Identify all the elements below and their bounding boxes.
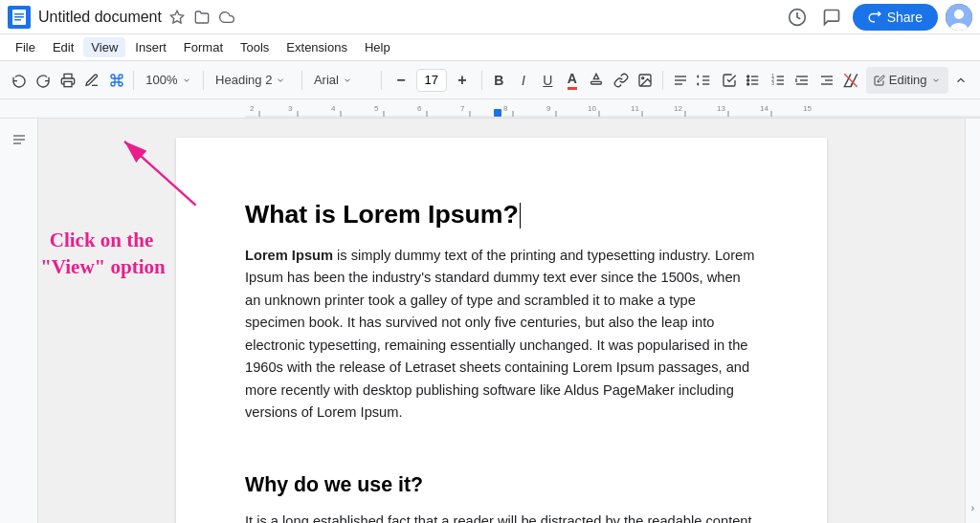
svg-rect-67 <box>494 109 501 117</box>
title-icons <box>167 8 236 27</box>
editing-mode-dropdown[interactable]: Editing <box>866 67 948 94</box>
main-area: What is Lorem Ipsum? Lorem Ipsum is simp… <box>0 119 980 523</box>
svg-text:9: 9 <box>546 104 551 113</box>
svg-text:3: 3 <box>288 104 293 113</box>
avatar[interactable] <box>946 4 972 31</box>
checklist-button[interactable] <box>718 67 740 94</box>
svg-rect-3 <box>14 16 24 18</box>
svg-point-13 <box>642 76 644 78</box>
folder-icon[interactable] <box>192 8 212 27</box>
svg-text:12: 12 <box>674 104 682 113</box>
section1-body[interactable]: Lorem Ipsum is simply dummy text of the … <box>245 245 758 425</box>
separator-4 <box>381 71 382 90</box>
font-size-decrease[interactable]: − <box>388 67 414 94</box>
section-gap-1 <box>245 440 758 470</box>
ruler-content: 2 3 4 5 6 7 8 9 10 11 12 13 14 15 <box>245 99 980 118</box>
share-button[interactable]: Share <box>853 4 938 31</box>
redo-button[interactable] <box>32 67 54 94</box>
zoom-dropdown[interactable]: 100% <box>140 67 197 94</box>
document-area[interactable]: What is Lorem Ipsum? Lorem Ipsum is simp… <box>38 119 965 523</box>
svg-text:3: 3 <box>771 81 774 86</box>
svg-text:10: 10 <box>588 104 596 113</box>
image-button[interactable] <box>635 67 657 94</box>
title-bar: Untitled document Share <box>0 0 980 34</box>
bullet-list-button[interactable] <box>742 67 764 94</box>
link-button[interactable] <box>610 67 632 94</box>
svg-text:11: 11 <box>631 104 639 113</box>
separator-6 <box>662 71 663 90</box>
svg-point-24 <box>747 79 749 81</box>
star-icon[interactable] <box>167 8 187 27</box>
outline-icon[interactable] <box>6 126 33 153</box>
svg-point-23 <box>747 76 749 77</box>
svg-text:6: 6 <box>417 104 422 113</box>
font-size-control: − + <box>388 67 476 94</box>
title-actions: Share <box>784 4 972 31</box>
svg-rect-4 <box>14 19 21 21</box>
svg-text:15: 15 <box>803 104 812 113</box>
heading-style-dropdown[interactable]: Heading 2 <box>210 67 296 94</box>
svg-marker-5 <box>170 11 183 23</box>
history-icon[interactable] <box>784 4 811 31</box>
cloud-icon[interactable] <box>217 8 236 27</box>
separator-1 <box>133 71 134 90</box>
svg-text:5: 5 <box>374 104 379 113</box>
svg-text:8: 8 <box>503 104 508 113</box>
comment-icon[interactable] <box>818 4 845 31</box>
ruler-svg: 2 3 4 5 6 7 8 9 10 11 12 13 14 15 <box>245 99 980 119</box>
svg-text:2: 2 <box>250 104 255 113</box>
align-button[interactable] <box>669 67 691 94</box>
section2-body[interactable]: It is a long established fact that a rea… <box>245 511 758 523</box>
svg-rect-10 <box>64 81 72 86</box>
menu-bar: File Edit View Insert Format Tools Exten… <box>0 34 980 61</box>
undo-button[interactable] <box>8 67 30 94</box>
font-size-increase[interactable]: + <box>449 67 476 94</box>
separator-5 <box>481 71 482 90</box>
menu-file[interactable]: File <box>8 37 43 57</box>
menu-help[interactable]: Help <box>357 37 398 57</box>
svg-text:4: 4 <box>331 104 336 113</box>
svg-rect-2 <box>14 13 24 15</box>
svg-text:7: 7 <box>460 104 465 113</box>
italic-button[interactable]: I <box>512 67 534 94</box>
right-panel-btn[interactable]: › <box>966 500 981 515</box>
bold-button[interactable]: B <box>488 67 510 94</box>
section1-heading[interactable]: What is Lorem Ipsum? <box>245 195 758 233</box>
sidebar <box>0 119 38 523</box>
document-title[interactable]: Untitled document <box>38 9 162 26</box>
separator-2 <box>203 71 204 90</box>
svg-point-8 <box>954 10 964 19</box>
toolbar: 100% Heading 2 Arial − + B I U A <box>0 61 980 99</box>
menu-edit[interactable]: Edit <box>45 37 81 57</box>
highlight-button[interactable] <box>586 67 608 94</box>
font-dropdown[interactable]: Arial <box>308 67 375 94</box>
numbered-list-button[interactable]: 123 <box>767 67 789 94</box>
menu-format[interactable]: Format <box>176 37 231 57</box>
spellcheck-button[interactable] <box>80 67 102 94</box>
svg-text:14: 14 <box>760 104 768 113</box>
separator-3 <box>301 71 302 90</box>
indent-increase-button[interactable] <box>815 67 837 94</box>
indent-decrease-button[interactable] <box>791 67 813 94</box>
font-size-input[interactable] <box>416 69 447 92</box>
ruler: 2 3 4 5 6 7 8 9 10 11 12 13 14 15 <box>0 99 980 119</box>
docs-icon <box>8 6 31 29</box>
menu-extensions[interactable]: Extensions <box>278 37 355 57</box>
svg-rect-11 <box>591 81 602 84</box>
svg-point-25 <box>747 83 749 85</box>
menu-insert[interactable]: Insert <box>127 37 174 57</box>
svg-text:13: 13 <box>717 104 725 113</box>
clear-formatting-button[interactable] <box>839 67 861 94</box>
paint-format-button[interactable] <box>105 67 127 94</box>
section2-heading[interactable]: Why do we use it? <box>245 470 758 501</box>
toolbar-collapse-button[interactable] <box>950 67 972 94</box>
print-button[interactable] <box>56 67 78 94</box>
text-color-button[interactable]: A <box>561 67 583 94</box>
svg-line-38 <box>844 74 857 86</box>
right-panel: › <box>965 119 980 523</box>
document-page: What is Lorem Ipsum? Lorem Ipsum is simp… <box>176 138 827 523</box>
underline-button[interactable]: U <box>537 67 559 94</box>
line-spacing-button[interactable] <box>693 67 715 94</box>
menu-view[interactable]: View <box>83 37 125 57</box>
menu-tools[interactable]: Tools <box>233 37 277 57</box>
